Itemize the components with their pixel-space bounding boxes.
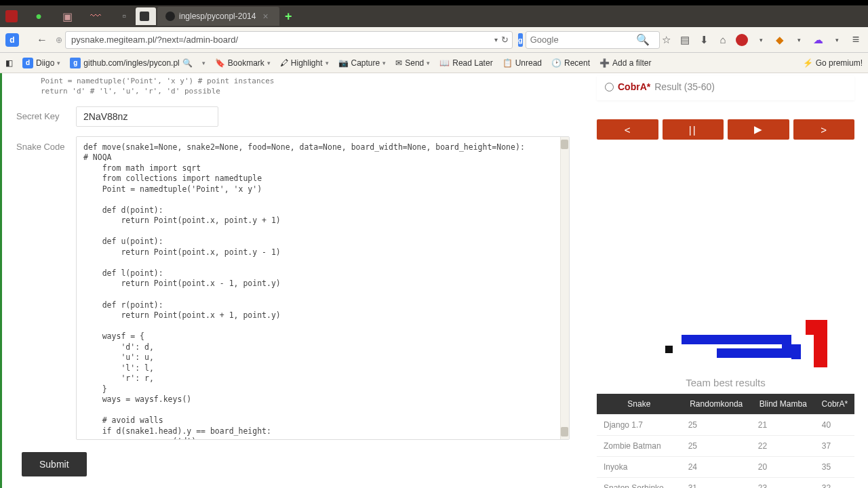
send-button[interactable]: ✉ Send ▾	[395, 58, 430, 68]
table-cell: 24	[682, 457, 751, 478]
team-results-title: Team best results	[597, 377, 854, 388]
svg-rect-4	[717, 348, 800, 358]
table-cell: 25	[682, 436, 751, 457]
abp-icon[interactable]	[735, 33, 749, 47]
secret-key-label: Secret Key	[16, 111, 76, 121]
scroll-down[interactable]	[561, 427, 568, 436]
table-cell: 25	[682, 415, 751, 436]
code-editor[interactable]: def move(snake1=None, snake2=None, food=…	[76, 136, 570, 440]
table-cell: Zombie Batman	[597, 436, 682, 457]
table-cell: 20	[751, 457, 815, 478]
table-header: CobrA*	[815, 394, 854, 415]
gopremium-button[interactable]: ⚡ Go premium!	[803, 58, 863, 68]
svg-rect-0	[814, 320, 827, 367]
download-icon[interactable]: ⬇	[697, 33, 711, 47]
playback-controls: < || ▶ >	[597, 119, 854, 140]
url-input[interactable]	[65, 31, 513, 49]
bookmarks-toolbar: ◧ dDiigo▾ ggithub.com/ingles/pycon.pl 🔍 …	[0, 53, 868, 73]
dropdown-icon[interactable]: ▾	[494, 36, 498, 43]
table-cell: 22	[751, 436, 815, 457]
table-cell: 32	[815, 478, 854, 489]
taskbar-icon[interactable]	[5, 10, 18, 22]
secret-key-input[interactable]	[76, 106, 218, 127]
tab[interactable]: inglesp/pyconpl-2014 ×	[157, 7, 279, 26]
play-button[interactable]: ▶	[728, 119, 789, 140]
star-icon[interactable]: ☆	[659, 33, 673, 47]
result-card: CobrA* Result (35-60)	[597, 76, 854, 100]
tab-active[interactable]	[136, 7, 156, 25]
table-row: Inyoka242035	[597, 457, 854, 478]
ext-icon[interactable]: ◆	[773, 33, 787, 47]
ext-icon[interactable]: ☁	[811, 33, 825, 47]
table-cell: 37	[815, 436, 854, 457]
table-cell: Snaten Serhinko	[597, 478, 682, 489]
search-icon[interactable]: 🔍	[636, 33, 650, 46]
unread-button[interactable]: 📋 Unread	[502, 58, 542, 68]
table-row: Zombie Batman252237	[597, 436, 854, 457]
diigo-icon[interactable]: d	[5, 33, 19, 47]
results-table: SnakeRandomkondaBlind MambaCobrA* Django…	[597, 394, 854, 488]
readlater-button[interactable]: 📖 Read Later	[439, 58, 492, 68]
next-button[interactable]: >	[793, 119, 855, 140]
google-icon: g	[518, 33, 523, 47]
url-snippet[interactable]: ggithub.com/ingles/pycon.pl 🔍	[70, 58, 192, 68]
dropdown-icon[interactable]: ▾	[754, 33, 768, 47]
dropdown-icon[interactable]: ▾	[792, 33, 806, 47]
clipboard-icon[interactable]: ▤	[678, 33, 692, 47]
close-icon[interactable]: ×	[260, 11, 271, 22]
taskbar-icon[interactable]: ●	[31, 9, 46, 24]
comment-line: return 'd' # 'l', 'u', 'r', 'd' possible	[41, 86, 570, 96]
svg-rect-5	[791, 344, 801, 359]
taskbar-icon[interactable]: 〰	[88, 9, 103, 24]
table-cell: 35	[815, 457, 854, 478]
scrollbar[interactable]	[560, 137, 569, 439]
url-bar: d ← ⊕ ▾ ↻ g 🔍 ☆ ▤ ⬇ ⌂ ▾ ◆ ▾ ☁ ▾ ≡	[0, 27, 868, 53]
os-taskbar: ● ▣ 〰 ▫ inglesp/pyconpl-2014 × +	[0, 5, 868, 27]
comment-line: Point = namedtuple('Point', 'x y') # poi…	[41, 76, 570, 86]
result-name: CobrA*	[618, 81, 650, 92]
new-tab-button[interactable]: +	[281, 9, 296, 24]
taskbar-icon[interactable]: ▫	[117, 9, 132, 24]
capture-button[interactable]: 📷 Capture ▾	[338, 58, 387, 68]
dropdown-icon[interactable]: ▾	[830, 33, 844, 47]
taskbar-icon[interactable]: ▣	[60, 9, 75, 24]
svg-rect-1	[806, 320, 815, 335]
highlight-button[interactable]: 🖍 Highlight ▾	[280, 58, 329, 68]
code-content[interactable]: def move(snake1=None, snake2=None, food=…	[77, 137, 569, 440]
table-cell: Inyoka	[597, 457, 682, 478]
recent-button[interactable]: 🕑 Recent	[551, 58, 590, 68]
table-cell: 31	[682, 478, 751, 489]
tab-title: inglesp/pyconpl-2014	[179, 12, 256, 21]
browser-tabs: inglesp/pyconpl-2014 × +	[136, 7, 296, 26]
prev-button[interactable]: <	[597, 119, 658, 140]
globe-icon: ⊕	[56, 35, 62, 45]
table-cell: Django 1.7	[597, 415, 682, 436]
back-button[interactable]: ←	[34, 32, 50, 48]
result-tail: Result (35-60)	[654, 81, 715, 92]
dropdown[interactable]: ▾	[202, 60, 205, 66]
reload-icon[interactable]: ↻	[501, 35, 509, 45]
home-icon[interactable]: ⌂	[716, 33, 730, 47]
bookmark-button[interactable]: 🔖 Bookmark ▾	[215, 58, 271, 68]
table-header: Randomkonda	[682, 394, 751, 415]
result-radio[interactable]	[605, 83, 614, 92]
table-cell: 40	[815, 415, 854, 436]
tab-favicon	[140, 12, 149, 21]
sidebar-toggle[interactable]: ◧	[5, 58, 13, 68]
diigo-menu[interactable]: dDiigo▾	[22, 58, 60, 68]
pause-button[interactable]: ||	[663, 119, 724, 140]
svg-rect-6	[665, 346, 673, 353]
svg-rect-2	[682, 335, 790, 344]
table-row: Snaten Serhinko312332	[597, 478, 854, 489]
scroll-up[interactable]	[561, 140, 568, 149]
table-row: Django 1.7252140	[597, 415, 854, 436]
submit-button[interactable]: Submit	[22, 452, 87, 476]
addfilter-button[interactable]: ➕ Add a filter	[599, 58, 651, 68]
menu-icon[interactable]: ≡	[849, 33, 863, 47]
svg-rect-3	[782, 335, 791, 350]
github-icon	[165, 12, 175, 21]
page-content: Point = namedtuple('Point', 'x y') # poi…	[0, 73, 868, 488]
left-accent	[0, 73, 2, 488]
game-canvas	[597, 144, 854, 367]
table-header: Blind Mamba	[751, 394, 815, 415]
